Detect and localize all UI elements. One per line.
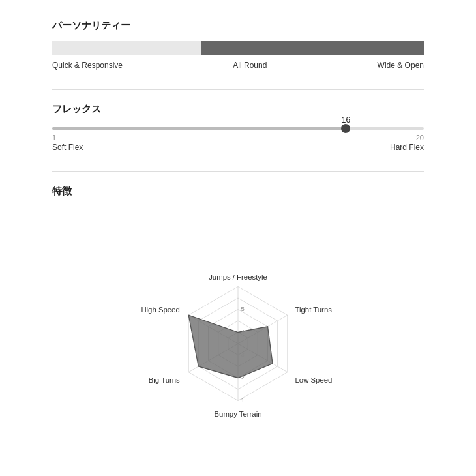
features-section: 特徴 bbox=[52, 185, 424, 476]
personality-section: パーソナリティー Quick & Responsive All Round Wi… bbox=[52, 20, 424, 70]
personality-title: パーソナリティー bbox=[52, 20, 424, 32]
scale-5: 5 bbox=[241, 305, 244, 312]
personality-label-center: All Round bbox=[233, 61, 267, 70]
slider-track bbox=[52, 127, 424, 130]
flex-min: 1 bbox=[52, 134, 56, 141]
label-high-speed: High Speed bbox=[141, 306, 179, 314]
personality-label-left: Quick & Responsive bbox=[52, 61, 123, 70]
scale-1: 1 bbox=[241, 396, 244, 404]
scale-4: 4 bbox=[241, 328, 245, 335]
label-bumpy-terrain: Bumpy Terrain bbox=[214, 410, 261, 418]
radar-container: 1 2 3 4 5 Jumps / Freestyle Tight Turns … bbox=[52, 207, 424, 476]
segment-1 bbox=[52, 41, 126, 55]
personality-label-right: Wide & Open bbox=[378, 61, 424, 70]
label-big-turns: Big Turns bbox=[149, 376, 180, 384]
flex-title: フレックス bbox=[52, 103, 424, 115]
personality-labels: Quick & Responsive All Round Wide & Open bbox=[52, 61, 424, 70]
label-tight-turns: Tight Turns bbox=[295, 306, 333, 314]
divider-2 bbox=[52, 171, 424, 172]
scale-3: 3 bbox=[241, 351, 244, 358]
data-polygon bbox=[188, 315, 273, 378]
segment-5 bbox=[350, 41, 424, 55]
slider-fill bbox=[52, 127, 346, 130]
flex-slider-wrapper: 16 bbox=[52, 127, 424, 130]
scale-2: 2 bbox=[241, 374, 244, 381]
flex-range-labels: 1 20 bbox=[52, 134, 424, 141]
features-title: 特徴 bbox=[52, 185, 424, 198]
flex-text-labels: Soft Flex Hard Flex bbox=[52, 143, 424, 152]
radar-chart: 1 2 3 4 5 Jumps / Freestyle Tight Turns … bbox=[101, 220, 375, 468]
label-low-speed: Low Speed bbox=[295, 376, 333, 384]
flex-max: 20 bbox=[416, 134, 424, 141]
segment-2 bbox=[126, 41, 201, 55]
flex-label-left: Soft Flex bbox=[52, 143, 83, 152]
segment-4 bbox=[275, 41, 350, 55]
divider-1 bbox=[52, 89, 424, 90]
segment-3 bbox=[201, 41, 275, 55]
slider-thumb[interactable] bbox=[341, 124, 350, 133]
flex-section: フレックス 16 1 20 Soft Flex Hard Flex bbox=[52, 103, 424, 152]
flex-label-right: Hard Flex bbox=[390, 143, 424, 152]
label-jumps-freestyle: Jumps / Freestyle bbox=[209, 273, 267, 281]
flex-value: 16 bbox=[342, 115, 350, 125]
personality-bar bbox=[52, 41, 424, 55]
